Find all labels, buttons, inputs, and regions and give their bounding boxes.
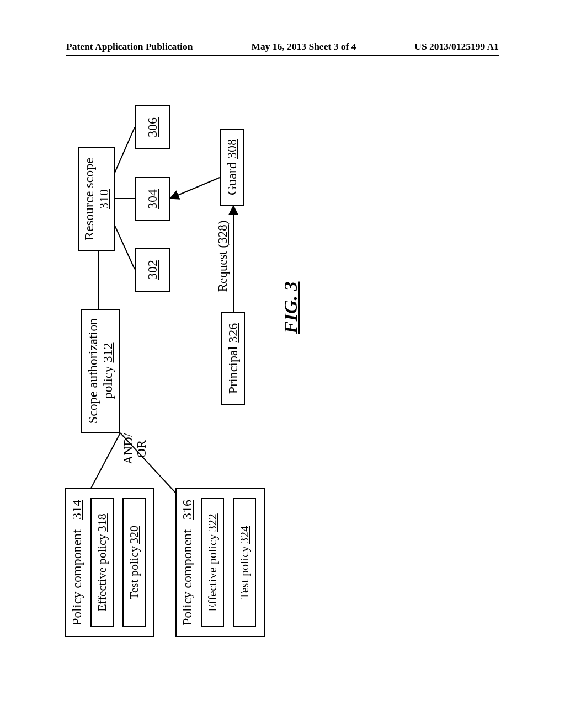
pc2-label: Policy component	[180, 529, 194, 625]
pc2-effective-box: Effective policy 322	[201, 498, 224, 627]
resource-304-box: 304	[135, 177, 170, 221]
guard-box: Guard 308	[220, 129, 244, 206]
and-or-label: AND/ OR	[122, 430, 148, 468]
resource-302-num: 302	[145, 260, 160, 280]
resource-306-box: 306	[135, 105, 170, 149]
resource-304-num: 304	[145, 189, 160, 209]
scope-auth-label1: Scope authorization	[86, 318, 100, 424]
pc2-num: 316	[180, 500, 194, 520]
pc1-effective-num: 318	[95, 513, 109, 532]
resource-scope-box: Resource scope 310	[78, 147, 115, 251]
request-num: 328	[216, 224, 230, 244]
pc1-test-num: 320	[127, 526, 141, 544]
pc2-test-num: 324	[237, 526, 252, 544]
scope-auth-num: 312	[100, 343, 115, 363]
figure-caption: FIG. 3	[280, 282, 301, 334]
scope-auth-label2: policy	[100, 366, 115, 399]
resource-scope-label: Resource scope	[82, 158, 97, 240]
pc2-test-box: Test policy 324	[233, 498, 256, 627]
request-label: Request (328)	[216, 211, 230, 302]
resource-302-box: 302	[135, 248, 170, 292]
request-text: Request	[216, 251, 230, 292]
resource-306-num: 306	[145, 117, 160, 137]
pc2-effective-num: 322	[205, 513, 220, 532]
svg-line-2	[115, 127, 135, 173]
guard-num: 308	[225, 139, 239, 159]
pc1-num: 314	[70, 500, 84, 520]
principal-box: Principal 326	[221, 312, 245, 405]
header-rule	[66, 55, 499, 56]
pc1-effective-box: Effective policy 318	[90, 498, 114, 627]
pc1-test-label: Test policy	[127, 546, 141, 599]
principal-num: 326	[226, 323, 241, 343]
scope-auth-box: Scope authorization policy 312	[81, 309, 120, 433]
header-left: Patent Application Publication	[66, 41, 193, 52]
svg-line-0	[115, 226, 135, 269]
header-right: US 2013/0125199 A1	[414, 41, 499, 52]
figure-3: Resource scope 310 302 304 306 Guard 308	[65, 85, 501, 637]
pc1-effective-label: Effective policy	[95, 534, 109, 612]
header-center: May 16, 2013 Sheet 3 of 4	[251, 41, 356, 52]
guard-label: Guard	[225, 162, 239, 195]
principal-label: Principal	[226, 346, 241, 394]
pc1-label: Policy component	[70, 529, 84, 625]
pc1-test-box: Test policy 320	[122, 498, 146, 627]
pc2-effective-label: Effective policy	[205, 534, 220, 612]
policy-component-316-box: Policy component 316 Effective policy 32…	[175, 488, 265, 637]
svg-line-3	[170, 178, 220, 199]
resource-scope-num: 310	[97, 189, 111, 209]
and-or-l1: AND/	[122, 430, 135, 468]
and-or-l2: OR	[135, 430, 148, 468]
pc2-test-label: Test policy	[237, 546, 252, 599]
policy-component-314-box: Policy component 314 Effective policy 31…	[65, 488, 154, 637]
